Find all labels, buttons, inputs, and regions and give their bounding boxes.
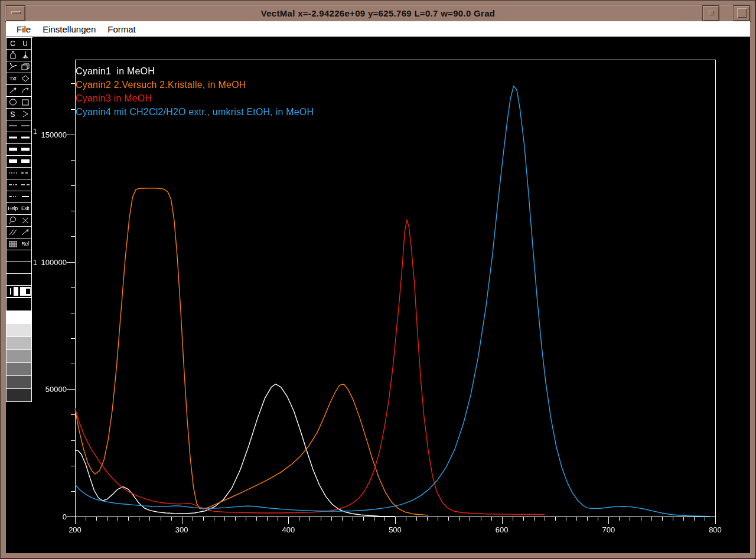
tool-arc-arrow-icon — [20, 86, 31, 95]
tool-ellipse[interactable] — [6, 97, 19, 109]
tool-magnifier[interactable] — [6, 215, 19, 227]
color-swatch-0[interactable] — [6, 298, 31, 310]
tool-magnifier-icon — [8, 216, 18, 225]
x-tick-label: 800 — [702, 525, 728, 534]
legend-item-cyanin3: Cyanin3 in MeOH — [76, 93, 152, 104]
tool-grid[interactable] — [6, 238, 19, 250]
tool-linewidth-1[interactable] — [6, 120, 19, 132]
menu-einstellungen[interactable]: Einstellungen — [43, 24, 96, 34]
tool-linestyle-dashed[interactable] — [19, 168, 32, 179]
line-width-marker: 1 — [33, 128, 37, 136]
x-tick-label: 600 — [489, 525, 515, 534]
color-swatch-1[interactable] — [6, 310, 31, 323]
app-window: VectMal x=-2.94226e+09 y=625.769 L=0.7 w… — [0, 0, 756, 559]
tool-linestyle-dashdot[interactable] — [6, 179, 19, 191]
empty-cell — [19, 262, 32, 274]
empty-cell — [19, 274, 32, 286]
tool-polyline-icon — [20, 110, 31, 119]
title-bar[interactable]: VectMal x=-2.94226e+09 y=625.769 L=0.7 w… — [5, 5, 751, 22]
tool-linestyle-dashdot-icon — [8, 181, 18, 189]
tool-linewidth-1-icon — [8, 122, 18, 130]
tool-exit[interactable]: Exit — [19, 203, 32, 215]
tool-linestyle-dashlong-icon — [20, 181, 31, 189]
tool-linewidth-3b-icon — [20, 145, 31, 154]
tool-fg-bg-icon — [20, 287, 31, 296]
tool-line-arrow-icon — [8, 86, 18, 95]
tool-linewidth-1b-icon — [20, 122, 31, 130]
tool-arc-arrow[interactable] — [19, 85, 32, 97]
tool-overlap-rects-icon — [20, 63, 31, 71]
tool-polyline[interactable] — [19, 109, 32, 120]
tool-linestyle-dashdotdot-icon — [8, 192, 18, 201]
drawing-area: 200300400500600700800050000100000150000 … — [6, 37, 750, 553]
gray-palette — [6, 298, 32, 402]
tool-linestyle-solid[interactable] — [19, 191, 32, 203]
color-swatch-2[interactable] — [6, 323, 31, 336]
tool-text[interactable]: Txt — [6, 73, 19, 85]
tool-spline[interactable]: S — [6, 109, 19, 120]
tool-linestyle-dashlong[interactable] — [19, 179, 32, 191]
empty-cell — [19, 250, 32, 262]
tool-grid-icon — [8, 240, 18, 249]
tool-text-cursor-icon — [8, 287, 18, 296]
tool-u[interactable]: U — [19, 38, 32, 50]
tool-line-arrow[interactable] — [6, 85, 19, 97]
tool-broom-icon — [20, 51, 31, 60]
tool-parallel-icon — [8, 228, 18, 237]
x-tick-label: 400 — [275, 525, 301, 534]
maximize-icon — [737, 8, 747, 18]
tool-palette: CUTxtSHelpExitRef — [6, 37, 33, 402]
x-tick-label: 300 — [169, 525, 195, 534]
tool-linewidth-3b[interactable] — [19, 144, 32, 156]
tool-parallel[interactable] — [6, 227, 19, 238]
tool-text-cursor[interactable] — [6, 286, 19, 298]
color-swatch-7[interactable] — [6, 388, 31, 401]
maximize-button[interactable] — [733, 5, 750, 21]
x-tick-label: 200 — [62, 525, 88, 534]
menu-file[interactable]: File — [17, 24, 31, 34]
tool-rectangle[interactable] — [19, 97, 32, 109]
color-swatch-5[interactable] — [6, 362, 31, 375]
x-tick-label: 700 — [595, 525, 621, 534]
color-swatch-6[interactable] — [6, 375, 31, 388]
tool-broom[interactable] — [19, 50, 32, 61]
tool-flask[interactable] — [6, 50, 19, 61]
tool-delete-x[interactable] — [19, 215, 32, 227]
tool-linewidth-1b[interactable] — [19, 120, 32, 132]
menu-bar: File Einstellungen Format — [6, 21, 750, 37]
menu-format[interactable]: Format — [107, 24, 136, 34]
tool-overlap-rects[interactable] — [19, 61, 32, 73]
tool-linewidth-2-icon — [8, 133, 18, 142]
color-swatch-4[interactable] — [6, 349, 31, 362]
tool-linewidth-4b-icon — [20, 157, 31, 166]
empty-cell — [6, 274, 19, 286]
x-tick-label: 500 — [382, 525, 408, 534]
tool-linewidth-3-icon — [8, 145, 18, 154]
tool-linewidth-4b[interactable] — [19, 156, 32, 168]
tool-arrow-ne-icon — [20, 228, 31, 237]
tool-linestyle-dotted[interactable] — [6, 168, 19, 179]
tool-ellipse-icon — [8, 98, 18, 107]
minimize-button[interactable] — [702, 5, 719, 21]
tool-arrow-ne[interactable] — [19, 227, 32, 238]
tool-c[interactable]: C — [6, 38, 19, 50]
tool-linewidth-2b[interactable] — [19, 132, 32, 144]
tool-help[interactable]: Help — [6, 203, 19, 215]
legend-item-cyanin2: Cyanin2 2.Versuch 2.Kristalle, in MeOH — [76, 80, 246, 90]
tool-linestyle-dotted-icon — [8, 169, 18, 178]
line-width-marker: 1 — [33, 259, 37, 267]
legend-item-cyanin4: Cyanin4 mit CH2Cl2/H2O extr., umkrist Et… — [76, 107, 314, 117]
tool-linestyle-dashdotdot[interactable] — [6, 191, 19, 203]
tool-linewidth-3[interactable] — [6, 144, 19, 156]
color-swatch-3[interactable] — [6, 336, 31, 349]
tool-linewidth-4[interactable] — [6, 156, 19, 168]
tool-rectangle-icon — [20, 98, 31, 107]
tool-ref[interactable]: Ref — [19, 238, 32, 250]
tool-node-edit[interactable] — [6, 61, 19, 73]
empty-cell — [6, 250, 19, 262]
tool-flask-icon — [8, 51, 18, 60]
tool-linewidth-2[interactable] — [6, 132, 19, 144]
tool-diamond[interactable] — [19, 73, 32, 85]
tool-fg-bg[interactable] — [19, 286, 32, 298]
tool-linewidth-2b-icon — [20, 133, 31, 142]
